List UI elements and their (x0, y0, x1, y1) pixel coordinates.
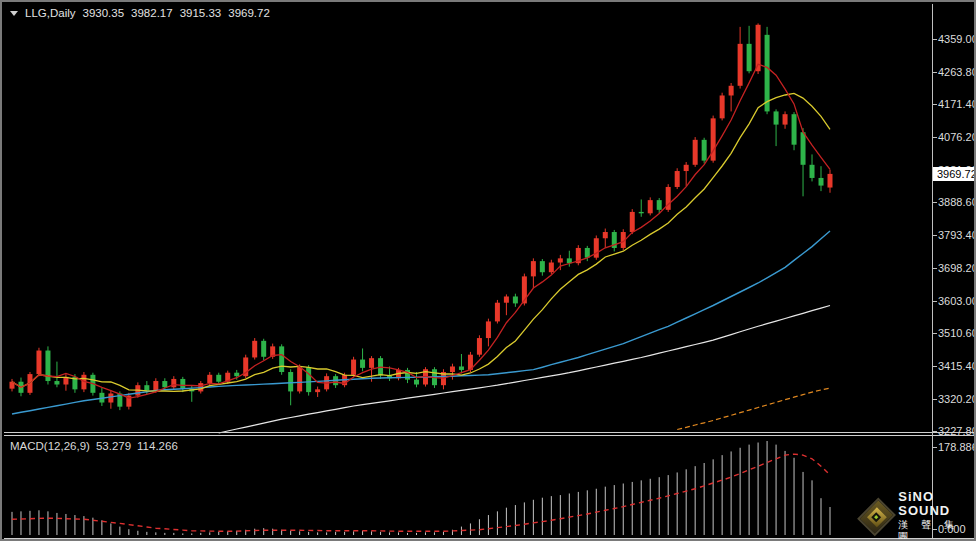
price-axis-label: 3793.40 (938, 229, 976, 241)
candle-up (450, 366, 455, 372)
high-value: 3982.17 (131, 7, 173, 19)
ma-yellow-line (12, 93, 830, 391)
price-axis-label: 3603.00 (938, 295, 976, 307)
candle-down (765, 35, 770, 112)
candle-down (360, 360, 365, 368)
chart-window: LLG,Daily 3930.35 3982.17 3915.33 3969.7… (0, 0, 976, 541)
candle-up (252, 341, 257, 358)
candle-up (36, 351, 41, 375)
candle-up (477, 338, 482, 355)
price-axis-label-tick (932, 72, 937, 73)
candle-down (819, 178, 824, 186)
candle-up (504, 296, 509, 302)
candle-down (261, 341, 266, 357)
candle-up (684, 165, 689, 171)
candle-up (351, 360, 356, 375)
candle-down (279, 346, 284, 372)
open-value: 3930.35 (83, 7, 125, 19)
candle-up (108, 394, 113, 403)
price-axis-label: 3888.60 (938, 196, 976, 208)
price-axis-label: 4076.20 (938, 131, 976, 143)
candle-down (180, 379, 185, 389)
price-axis-label-tick (932, 235, 937, 236)
candle-down (162, 381, 167, 387)
price-axis-label-tick (932, 268, 937, 269)
logo-brand-text: SiNO SOUND (898, 490, 974, 518)
candle-up (603, 232, 608, 238)
candle-down (540, 261, 545, 272)
candle-down (306, 367, 311, 392)
candle-down (234, 373, 239, 376)
candle-down (702, 140, 707, 161)
candle-down (144, 385, 149, 391)
candle-down (774, 111, 779, 124)
macd-name: MACD(12,26,9) (10, 440, 90, 452)
candle-up (675, 171, 680, 187)
chart-header: LLG,Daily 3930.35 3982.17 3915.33 3969.7… (10, 7, 270, 19)
low-value: 3915.33 (180, 7, 222, 19)
ma-red-line (12, 64, 830, 398)
price-axis-label: 3698.20 (938, 262, 976, 274)
candle-down (639, 212, 644, 213)
panel-splitter-lower[interactable] (4, 435, 976, 436)
current-price-box: 3969.72 (933, 167, 976, 181)
panel-splitter[interactable] (4, 432, 976, 433)
macd-signal-line (12, 454, 830, 531)
candle-up (783, 114, 788, 124)
price-axis-label-tick (932, 333, 937, 334)
candle-up (153, 381, 158, 391)
candle-up (693, 140, 698, 165)
candle-up (315, 389, 320, 392)
candle-down (459, 366, 464, 369)
price-axis-label-tick (932, 137, 937, 138)
candle-up (630, 212, 635, 232)
candle-down (657, 200, 662, 210)
candle-down (54, 381, 59, 384)
candle-up (828, 174, 833, 188)
macd-indicator-label: MACD(12,26,9) 53.279 114.266 (10, 440, 178, 452)
ma-blue-line (12, 231, 830, 414)
candle-up (558, 258, 563, 262)
candlestick-chart[interactable] (2, 2, 932, 434)
sino-sound-logo: SiNO SOUND 漢 聲 集 團 (864, 490, 974, 541)
candle-up (495, 303, 500, 322)
macd-main-value: 53.279 (96, 440, 131, 452)
price-axis-label-tick (932, 39, 937, 40)
candle-up (171, 379, 176, 387)
price-axis-label-tick (932, 399, 937, 400)
candle-up (738, 44, 743, 86)
price-axis-label: 3415.40 (938, 360, 976, 372)
logo-brand-cn-text: 漢 聲 集 團 (898, 519, 974, 541)
macd-axis-max-label: 178.886 (938, 441, 976, 453)
macd-signal-value: 114.266 (137, 440, 178, 452)
candle-up (729, 86, 734, 96)
price-axis-label: 3227.80 (938, 425, 976, 437)
candle-up (369, 358, 374, 368)
candle-up (648, 200, 653, 213)
price-axis-label-tick (932, 202, 937, 203)
candle-down (801, 132, 806, 165)
candle-up (207, 375, 212, 383)
candle-up (297, 367, 302, 391)
candle-down (216, 375, 221, 382)
candle-down (810, 165, 815, 178)
ma-orange-line (677, 388, 830, 430)
candle-down (414, 380, 419, 385)
chevron-down-icon (10, 11, 18, 16)
price-axis-label: 3510.60 (938, 327, 976, 339)
candle-up (549, 263, 554, 273)
bottom-border (4, 538, 976, 539)
macd-axis-max-label-tick (932, 447, 937, 448)
candle-up (720, 95, 725, 118)
price-axis-label: 4171.40 (938, 98, 976, 110)
price-axis-label-tick (932, 431, 937, 432)
candle-down (792, 114, 797, 144)
candle-down (747, 44, 752, 71)
close-value: 3969.72 (228, 7, 270, 19)
price-axis-label-tick (932, 104, 937, 105)
candle-up (531, 261, 536, 276)
price-axis-label: 4359.00 (938, 33, 976, 45)
price-axis-label: 3320.20 (938, 393, 976, 405)
candle-down (513, 296, 518, 303)
price-axis-label: 4263.80 (938, 66, 976, 78)
